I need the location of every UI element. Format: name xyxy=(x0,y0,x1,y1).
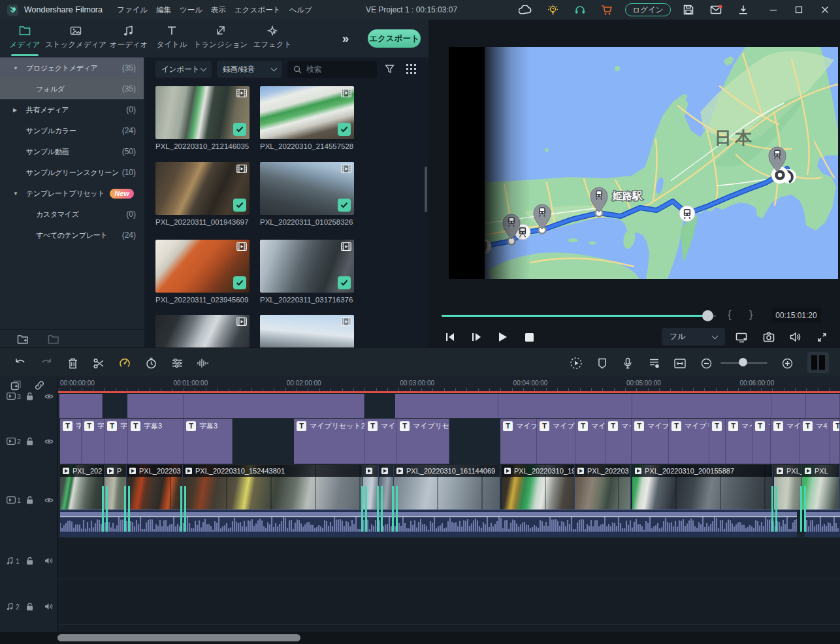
transition-marker[interactable] xyxy=(377,486,383,532)
seek-handle[interactable] xyxy=(702,310,713,321)
video-clip[interactable]: PXL_20220310_19 xyxy=(502,465,575,509)
transition-marker[interactable] xyxy=(102,486,108,532)
checked-icon[interactable] xyxy=(338,123,351,136)
zoom-out-icon[interactable] xyxy=(699,356,713,370)
title-clip[interactable]: Tマイ xyxy=(575,418,606,464)
previous-frame-button[interactable] xyxy=(443,330,457,344)
media-thumbnail[interactable] xyxy=(155,162,250,215)
minimize-button[interactable] xyxy=(766,0,781,20)
save-icon[interactable] xyxy=(681,0,696,20)
close-button[interactable] xyxy=(817,0,833,20)
title-clip[interactable]: T字 xyxy=(60,418,82,464)
maximize-button[interactable] xyxy=(791,0,807,20)
timeline-clip-track3[interactable] xyxy=(498,394,632,418)
media-thumbnail[interactable] xyxy=(155,315,250,347)
chevron-down-icon[interactable]: ▼ xyxy=(13,191,18,197)
tab-audio[interactable]: オーディオ xyxy=(106,24,152,50)
tab-titles[interactable]: タイトル xyxy=(152,24,192,50)
display-device-icon[interactable] xyxy=(734,330,749,344)
undo-icon[interactable] xyxy=(13,356,27,370)
title-clip[interactable]: Tマイフ xyxy=(771,418,800,464)
timeline-clip-track3[interactable] xyxy=(59,394,103,418)
record-dropdown[interactable]: 録画/録音 xyxy=(217,61,282,78)
title-clip[interactable]: Tマイプリセット xyxy=(397,418,449,464)
tab-media[interactable]: メディア xyxy=(3,24,47,50)
timeline-clip-track3[interactable] xyxy=(127,394,184,418)
login-button[interactable]: ログイン xyxy=(625,3,671,16)
video-clip[interactable]: PXL_ xyxy=(774,465,802,509)
lightbulb-icon[interactable] xyxy=(545,0,560,20)
video-clip[interactable]: PXL_20220310_200155887 xyxy=(632,465,773,509)
visibility-icon[interactable] xyxy=(44,393,63,400)
title-clip[interactable]: T字幕3 xyxy=(184,418,233,464)
transition-marker[interactable] xyxy=(180,486,187,532)
sidebar-item-4[interactable]: サンプル動画(50) xyxy=(0,141,144,162)
import-dropdown[interactable]: インポート xyxy=(155,61,212,78)
cloud-icon[interactable] xyxy=(517,0,533,20)
folder-icon[interactable] xyxy=(48,334,59,344)
lock-icon[interactable] xyxy=(26,496,44,504)
title-clip[interactable]: Tマイプ xyxy=(632,418,669,464)
media-thumbnail[interactable] xyxy=(260,162,354,215)
render-preview-icon[interactable] xyxy=(569,356,583,370)
title-clip[interactable]: Tマイフ xyxy=(365,418,397,464)
lock-icon[interactable] xyxy=(26,392,44,400)
sidebar-item-1[interactable]: フォルダ(35) xyxy=(0,78,144,99)
title-clip[interactable]: Tマ4 xyxy=(800,418,830,464)
timeline-clip-track3[interactable] xyxy=(184,394,364,418)
transition-marker[interactable] xyxy=(392,486,398,532)
chevron-right-icon[interactable]: ▶ xyxy=(13,107,17,113)
link-icon[interactable] xyxy=(34,380,45,391)
delete-icon[interactable] xyxy=(65,356,80,370)
checked-icon[interactable] xyxy=(233,123,246,136)
video-clip[interactable]: PXL_202 xyxy=(60,465,105,509)
checked-icon[interactable] xyxy=(233,276,246,289)
fullscreen-icon[interactable] xyxy=(815,330,829,344)
title-clip[interactable]: Tマ xyxy=(752,418,771,464)
menu-3[interactable]: 表示 xyxy=(211,5,226,15)
timeline-ruler[interactable]: 00:00:00:0000:01:00:0000:02:00:0000:03:0… xyxy=(0,376,840,392)
marker-icon[interactable] xyxy=(595,356,609,370)
search-input[interactable]: 検索 xyxy=(287,61,377,78)
sidebar-item-2[interactable]: ▶共有メディア(0) xyxy=(0,99,144,120)
video-clip[interactable]: PXL xyxy=(802,465,840,509)
adjust-sliders-icon[interactable] xyxy=(170,356,184,370)
support-headset-icon[interactable] xyxy=(572,0,588,20)
video-clip[interactable]: PXL_202203 xyxy=(127,465,183,509)
title-clip[interactable]: Tマイフ xyxy=(726,418,752,464)
manage-tracks-icon[interactable] xyxy=(10,380,22,391)
sidebar-item-8[interactable]: すべてのテンプレート(24) xyxy=(0,225,144,246)
split-scissors-icon[interactable] xyxy=(91,356,106,370)
timeline-zoom-handle[interactable] xyxy=(739,358,747,366)
mark-in-icon[interactable]: { xyxy=(728,308,732,321)
cart-icon[interactable] xyxy=(599,0,615,20)
media-thumbnail[interactable] xyxy=(260,315,354,347)
video-clip[interactable]: PXL_20220310_152443801 xyxy=(183,465,363,509)
checked-icon[interactable] xyxy=(233,199,246,212)
media-thumbnail[interactable] xyxy=(260,86,354,139)
volume-icon[interactable] xyxy=(788,330,803,344)
export-button[interactable]: エクスポート xyxy=(368,29,421,48)
mail-icon[interactable] xyxy=(708,0,724,20)
menu-0[interactable]: ファイル xyxy=(117,5,148,15)
lock-icon[interactable] xyxy=(26,556,44,565)
play-button[interactable] xyxy=(496,330,510,344)
menu-5[interactable]: ヘルプ xyxy=(289,5,312,15)
record-voiceover-icon[interactable] xyxy=(621,356,635,370)
sidebar-item-7[interactable]: カスタマイズ(0) xyxy=(0,204,144,225)
transition-marker[interactable] xyxy=(800,486,807,532)
media-thumbnail[interactable] xyxy=(155,240,250,293)
stop-button[interactable] xyxy=(522,330,536,344)
transition-marker[interactable] xyxy=(361,486,368,532)
zoom-in-icon[interactable] xyxy=(780,356,794,370)
title-clip[interactable]: Tマイプリ xyxy=(669,418,709,464)
timeline-layout-toggle[interactable] xyxy=(807,352,829,373)
timeline-hscroll-thumb[interactable] xyxy=(57,634,300,641)
timeline-clip-track3[interactable] xyxy=(395,394,498,418)
sidebar-item-5[interactable]: サンプルグリーンスクリーン(10) xyxy=(0,162,144,183)
tab-stock[interactable]: ストックメディア xyxy=(42,24,110,50)
duration-clock-icon[interactable] xyxy=(144,356,158,370)
checked-icon[interactable] xyxy=(338,199,351,212)
chevron-down-icon[interactable]: ▼ xyxy=(13,65,18,71)
sidebar-item-3[interactable]: サンプルカラー(24) xyxy=(0,120,144,141)
